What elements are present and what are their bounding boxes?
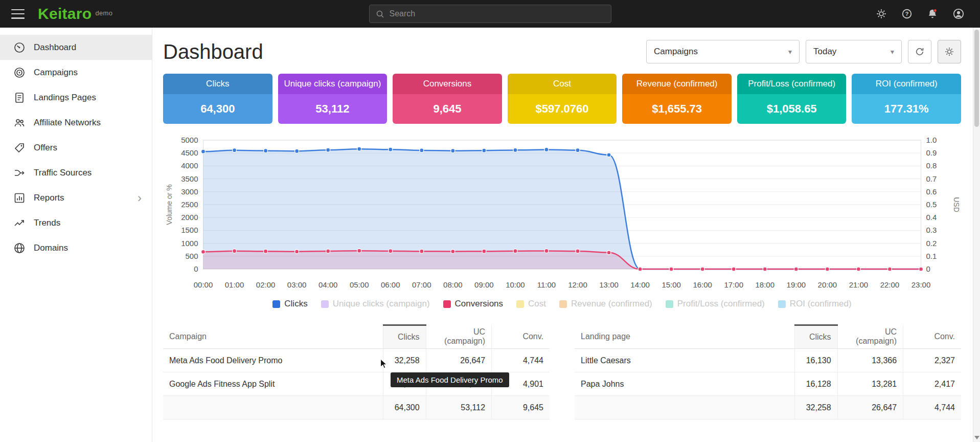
cell-value: 13,366 — [837, 349, 903, 372]
search-icon — [376, 10, 384, 18]
svg-text:2500: 2500 — [181, 200, 198, 209]
cell-value: 26,647 — [426, 349, 492, 372]
metric-value: $597.0760 — [508, 94, 617, 124]
sidebar-item-label: Affiliate Networks — [34, 118, 101, 128]
table-row[interactable]: Meta Ads Food Delivery Promo32,25826,647… — [163, 349, 550, 372]
table-row[interactable]: Little Caesars16,13013,3662,327 — [575, 349, 961, 372]
totals-row: 32,25826,6474,744 — [575, 396, 961, 419]
cell-name[interactable]: Papa Johns — [575, 372, 795, 396]
legend-item-revenue-confirmed[interactable]: Revenue (confirmed) — [559, 299, 652, 309]
metric-card-clicks[interactable]: Clicks64,300 — [163, 74, 272, 124]
legend-item-profit-loss-confirmed[interactable]: Profit/Loss (confirmed) — [666, 299, 765, 309]
scrollbar-thumb[interactable] — [974, 30, 979, 127]
column-header-uc-campaign[interactable]: UC (campaign) — [837, 325, 903, 349]
search-input[interactable] — [390, 9, 605, 18]
refresh-button[interactable] — [908, 40, 931, 63]
column-header-conv[interactable]: Conv. — [903, 325, 961, 349]
svg-text:1500: 1500 — [181, 226, 198, 234]
svg-text:14:00: 14:00 — [630, 280, 650, 289]
metric-value: $1,655.73 — [622, 94, 732, 124]
legend-label: Clicks — [284, 299, 307, 309]
chevron-right-icon: › — [138, 192, 142, 204]
legend-item-cost[interactable]: Cost — [516, 299, 546, 309]
column-header-clicks[interactable]: Clicks — [795, 325, 837, 349]
dashboard-settings-button[interactable] — [938, 40, 961, 63]
header-row: Landing pageClicksUC (campaign)Conv. — [575, 325, 961, 349]
metric-card-revenue-confirmed[interactable]: Revenue (confirmed)$1,655.73 — [622, 74, 732, 124]
metric-value: 64,300 — [163, 94, 272, 124]
metric-card-profit-loss-confirmed[interactable]: Profit/Loss (confirmed)$1,058.65 — [737, 74, 847, 124]
svg-text:12:00: 12:00 — [568, 280, 587, 289]
sidebar-item-trends[interactable]: Trends — [0, 210, 152, 235]
gear-icon[interactable] — [876, 8, 887, 19]
metric-card-cost[interactable]: Cost$597.0760 — [508, 74, 617, 124]
column-header-conv[interactable]: Conv. — [492, 325, 550, 349]
dashboard-controls: Campaigns ▾ Today ▾ — [646, 40, 961, 63]
legend-swatch — [778, 300, 786, 308]
sidebar-item-label: Campaigns — [34, 68, 78, 78]
svg-text:03:00: 03:00 — [287, 280, 307, 289]
svg-text:23:00: 23:00 — [911, 280, 931, 289]
legend-item-unique-clicks-campaign[interactable]: Unique clicks (campaign) — [321, 299, 430, 309]
cell-name[interactable]: Little Caesars — [575, 349, 795, 372]
sidebar-item-label: Dashboard — [34, 42, 76, 53]
column-header-campaign[interactable]: Campaign — [163, 325, 383, 349]
sidebar-item-offers[interactable]: Offers — [0, 135, 152, 160]
sidebar-item-traffic-sources[interactable]: Traffic Sources — [0, 160, 152, 185]
legend-item-conversions[interactable]: Conversions — [443, 299, 504, 309]
metric-label: Clicks — [163, 74, 272, 94]
sidebar-item-landing-pages[interactable]: Landings Pages — [0, 85, 152, 110]
date-range-select[interactable]: Today ▾ — [806, 40, 902, 63]
metric-card-roi-confirmed[interactable]: ROI (confirmed)177.31% — [852, 74, 961, 124]
svg-text:?: ? — [905, 11, 909, 17]
total-value: 4,744 — [903, 396, 961, 419]
cell-name[interactable]: Meta Ads Food Delivery Promo — [163, 349, 383, 372]
app-logo[interactable]: Keitarodemo — [38, 5, 112, 23]
svg-text:1.0: 1.0 — [926, 136, 937, 144]
column-header-uc-campaign[interactable]: UC (campaign) — [426, 325, 492, 349]
legend-swatch — [321, 300, 329, 308]
metric-label: Unique clicks (campaign) — [278, 74, 388, 94]
cell-name[interactable]: Google Ads Fitness App Split — [163, 372, 383, 396]
svg-text:2000: 2000 — [181, 213, 198, 222]
legend-item-roi-confirmed[interactable]: ROI (confirmed) — [778, 299, 852, 309]
user-avatar[interactable] — [952, 8, 965, 20]
topbar-actions: ? — [876, 8, 965, 20]
header-row: CampaignClicksUC (campaign)Conv. — [163, 325, 550, 349]
column-header-clicks[interactable]: Clicks — [383, 325, 426, 349]
page-title: Dashboard — [163, 40, 263, 63]
date-range-value: Today — [813, 47, 836, 57]
campaigns-table-card: CampaignClicksUC (campaign)Conv.Meta Ads… — [163, 324, 550, 419]
svg-text:21:00: 21:00 — [849, 280, 869, 289]
menu-icon[interactable] — [11, 9, 25, 19]
sidebar-item-domains[interactable]: Domains — [0, 235, 152, 260]
sidebar-item-label: Trends — [34, 218, 60, 228]
metric-label: Conversions — [393, 74, 502, 94]
table-row[interactable]: Papa Johns16,12813,2812,417 — [575, 372, 961, 396]
svg-text:22:00: 22:00 — [880, 280, 900, 289]
grouping-select[interactable]: Campaigns ▾ — [646, 40, 800, 63]
column-header-landing-page[interactable]: Landing page — [575, 325, 795, 349]
svg-text:0.9: 0.9 — [926, 148, 937, 157]
global-search[interactable] — [369, 5, 611, 23]
sidebar-item-dashboard[interactable]: Dashboard — [0, 35, 152, 60]
svg-text:02:00: 02:00 — [256, 280, 276, 289]
sidebar-item-campaigns[interactable]: Campaigns — [0, 60, 152, 85]
metric-value: 9,645 — [393, 94, 502, 124]
campaigns-table: CampaignClicksUC (campaign)Conv.Meta Ads… — [163, 324, 550, 419]
metric-card-unique-clicks-campaign[interactable]: Unique clicks (campaign)53,112 — [278, 74, 388, 124]
scroll-down-arrow-icon[interactable] — [974, 436, 979, 439]
svg-text:19:00: 19:00 — [787, 280, 806, 289]
chevron-down-icon: ▾ — [891, 48, 894, 56]
svg-text:4000: 4000 — [181, 161, 198, 170]
sidebar-item-reports[interactable]: Reports› — [0, 185, 152, 210]
metric-card-conversions[interactable]: Conversions9,645 — [393, 74, 502, 124]
total-value: 9,645 — [492, 396, 550, 419]
help-icon[interactable]: ? — [901, 8, 913, 19]
landing-pages-icon — [13, 92, 26, 104]
notifications-bell-icon[interactable] — [927, 8, 938, 19]
page-scrollbar[interactable] — [973, 28, 980, 442]
total-value: 26,647 — [837, 396, 903, 419]
legend-item-clicks[interactable]: Clicks — [272, 299, 307, 309]
sidebar-item-affiliate-networks[interactable]: Affiliate Networks — [0, 110, 152, 135]
